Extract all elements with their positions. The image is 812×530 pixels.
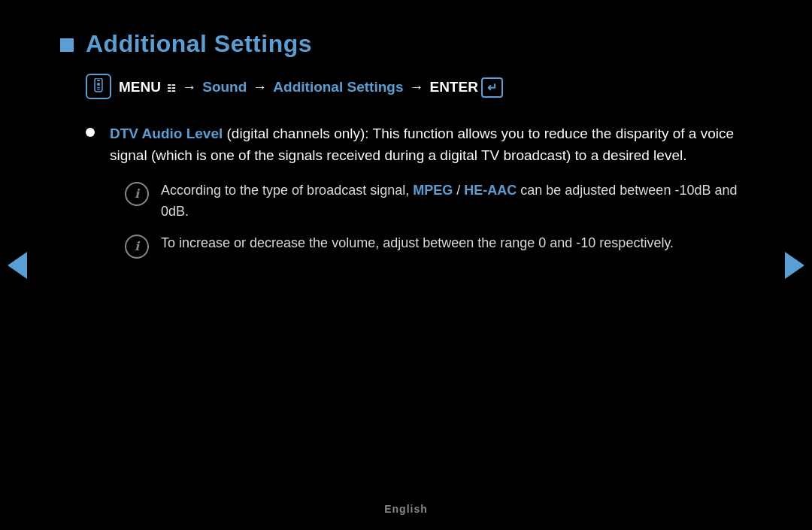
bullet-item: DTV Audio Level (digital channels only):…	[86, 123, 752, 167]
bullet-text: DTV Audio Level (digital channels only):…	[110, 123, 752, 167]
note1-slash: /	[453, 183, 464, 198]
svg-rect-4	[97, 89, 100, 90]
content-section: DTV Audio Level (digital channels only):…	[86, 123, 752, 259]
nav-right-arrow[interactable]	[785, 252, 804, 279]
note-icon-1: ℹ	[125, 182, 149, 206]
dtv-audio-level-highlight: DTV Audio Level	[110, 126, 223, 141]
title-section: Additional Settings	[60, 30, 752, 58]
note-item-1: ℹ According to the type of broadcast sig…	[125, 180, 752, 223]
breadcrumb-additional-settings: Additional Settings	[273, 79, 403, 95]
svg-rect-1	[97, 80, 100, 81]
bullet-dot-icon	[86, 128, 95, 137]
note1-mpeg: MPEG	[413, 183, 453, 198]
note-item-2: ℹ To increase or decrease the volume, ad…	[125, 233, 752, 259]
arrow2: →	[253, 79, 267, 95]
breadcrumb: MENU ☷ → Sound → Additional Settings → E…	[86, 74, 752, 100]
menu-grid-icon: ☷	[167, 83, 176, 94]
note-text-2: To increase or decrease the volume, adju…	[161, 233, 674, 254]
page-title: Additional Settings	[86, 30, 312, 58]
footer-language: English	[384, 503, 428, 515]
nav-left-arrow[interactable]	[8, 252, 27, 279]
note-text-1: According to the type of broadcast signa…	[161, 180, 752, 223]
arrow1: →	[182, 79, 196, 95]
arrow3: →	[409, 79, 423, 95]
menu-remote-icon	[86, 74, 111, 99]
svg-rect-3	[97, 87, 100, 88]
svg-point-2	[97, 83, 100, 86]
breadcrumb-enter-text: ENTER	[429, 79, 477, 95]
note-icon-2: ℹ	[125, 235, 149, 259]
note1-before: According to the type of broadcast signa…	[161, 183, 413, 198]
breadcrumb-menu: MENU ☷	[119, 79, 176, 95]
breadcrumb-sound: Sound	[202, 79, 247, 95]
page-container: Additional Settings MENU ☷ → Sound → Add…	[0, 0, 812, 530]
enter-icon: ↵	[481, 77, 503, 98]
note1-heaac: HE-AAC	[464, 183, 517, 198]
title-square-icon	[60, 38, 74, 52]
